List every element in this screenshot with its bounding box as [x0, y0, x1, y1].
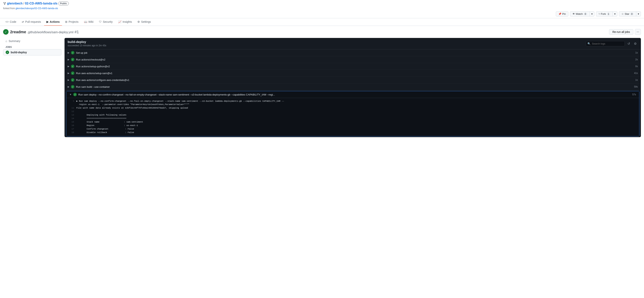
- step-name: Run aws-actions/setup-sam@v1: [76, 72, 632, 75]
- fork-source-link[interactable]: glennbechdevops/02-CD-AWS-lamda-sls: [16, 7, 58, 10]
- sidebar-summary-link[interactable]: ⌂ Summary: [3, 38, 62, 44]
- log-line-number: 13: [69, 114, 74, 116]
- check-icon: ✓: [5, 30, 7, 34]
- tab-settings[interactable]: ⚙ Settings: [135, 18, 153, 26]
- build-name: build-deploy: [68, 40, 106, 44]
- log-line-content: Region : us-east-1: [76, 124, 636, 127]
- fork-count: 1: [607, 13, 610, 15]
- build-meta: succeeded 13 minutes ago in 2m 43s: [68, 44, 106, 47]
- page-header: ✓ 2readme .github/workflows/sam-deploy.y…: [3, 29, 641, 35]
- step-time: 1s: [635, 51, 638, 54]
- tab-actions[interactable]: ▶ Actions: [44, 18, 62, 26]
- step-setup-sam[interactable]: ▶ ✓ Run aws-actions/setup-sam@v1 41s: [64, 70, 641, 77]
- log-line-content: Confirm changeset : False: [76, 128, 636, 130]
- log-line: 14 ===============================: [66, 117, 639, 121]
- step-configure-aws[interactable]: ▶ ✓ Run aws-actions/configure-aws-creden…: [64, 77, 641, 84]
- log-line-content: Deploying with following values: [76, 114, 636, 116]
- watch-button[interactable]: 👁 Watch 0: [570, 11, 590, 17]
- job-status-icon: ✓: [6, 51, 9, 54]
- star-button[interactable]: ☆ Star 0: [619, 11, 636, 17]
- owner-link[interactable]: glennbech: [7, 2, 22, 5]
- build-info: build-deploy succeeded 13 minutes ago in…: [68, 40, 106, 47]
- gear-icon: ⚙: [634, 42, 636, 45]
- step-status-icon: ✓: [71, 58, 74, 61]
- sidebar: ⌂ Summary Jobs ✓ build-deploy: [3, 38, 62, 137]
- page-title-area: ✓ 2readme .github/workflows/sam-deploy.y…: [3, 29, 79, 35]
- step-status-icon: ✓: [71, 65, 74, 68]
- fork-dropdown[interactable]: ▾: [612, 11, 618, 17]
- page-title: 2readme .github/workflows/sam-deploy.yml…: [10, 30, 79, 34]
- run-status-icon: ✓: [3, 29, 8, 35]
- refresh-icon: ↺: [628, 42, 630, 45]
- log-line: 16 Region : us-east-1: [66, 124, 639, 128]
- job-check-icon: ✓: [6, 51, 8, 54]
- tab-pull-requests[interactable]: ⇄ Pull requests: [20, 18, 43, 26]
- refresh-button[interactable]: ↺: [626, 41, 631, 46]
- fork-button[interactable]: ⑂ Fork 1: [596, 11, 613, 17]
- log-output: 1 ▶ Run sam deploy --no-confirm-changese…: [66, 98, 639, 136]
- log-line-number: 1: [69, 100, 74, 102]
- check-icon: ✓: [72, 52, 74, 54]
- pin-icon: 📌: [558, 13, 562, 15]
- tab-code[interactable]: <> Code: [3, 18, 19, 26]
- chevron-right-icon: ▶: [68, 51, 69, 54]
- tab-wiki[interactable]: 📖 Wiki: [82, 18, 96, 26]
- tab-security[interactable]: 🛡 Security: [96, 18, 115, 26]
- more-options-button[interactable]: ···: [635, 29, 641, 35]
- log-line: 15 Stack name : sam-sentiment: [66, 121, 639, 124]
- settings-icon: ⚙: [138, 20, 140, 23]
- fork-icon: [3, 2, 6, 5]
- log-line-content: ===============================: [76, 117, 636, 120]
- chevron-right-icon: ▶: [68, 58, 69, 61]
- forked-from: forked from glennbechdevops/02-CD-AWS-la…: [3, 7, 641, 10]
- repo-name-link[interactable]: 02-CD-AWS-lamda-sls: [25, 2, 57, 5]
- step-sam-deploy-header[interactable]: ▼ ✓ Run sam deploy --no-confirm-changese…: [66, 91, 639, 98]
- chevron-right-icon: ▶: [68, 85, 69, 88]
- step-setup-python[interactable]: ▶ ✓ Run actions/setup-python@v2 0s: [64, 63, 641, 70]
- actions-icon: ▶: [46, 20, 48, 23]
- chevron-down-icon: ▼: [69, 93, 72, 96]
- pin-button[interactable]: 📌 Pin: [556, 11, 568, 17]
- step-sam-deploy-expanded: ▼ ✓ Run sam deploy --no-confirm-changese…: [66, 91, 639, 136]
- home-icon: ⌂: [6, 40, 7, 43]
- log-line: 17 Confirm changeset : False: [66, 128, 639, 131]
- workflow-name: 2readme: [10, 30, 26, 34]
- nav-tabs: <> Code ⇄ Pull requests ▶ Actions ⊞ Proj…: [0, 18, 644, 26]
- step-name: Run sam build --use-container: [76, 85, 632, 88]
- workflow-file-text: .github/workflows/sam-deploy.yml: [27, 31, 74, 34]
- search-logs-input[interactable]: [586, 41, 625, 46]
- build-panel-tools: 🔍 ↺ ⚙: [586, 41, 638, 46]
- step-status-icon: ✓: [73, 93, 77, 96]
- log-line-number: 17: [69, 128, 74, 130]
- watch-dropdown[interactable]: ▾: [590, 11, 594, 17]
- check-icon: ✓: [72, 59, 74, 61]
- log-line: 18 Disable rollback : False: [66, 131, 639, 135]
- insights-icon: 📈: [118, 20, 122, 23]
- tab-insights[interactable]: 📈 Insights: [116, 18, 134, 26]
- steps-list: ▶ ✓ Set up job 1s ▶ ✓ Run actions/checko…: [64, 49, 641, 136]
- settings-button[interactable]: ⚙: [633, 41, 638, 46]
- fork-btn-icon: ⑂: [598, 13, 600, 15]
- step-set-up-job[interactable]: ▶ ✓ Set up job 1s: [64, 49, 641, 56]
- code-icon: <>: [6, 20, 8, 23]
- repo-path: glennbech / 02-CD-AWS-lamda-sls Public: [3, 2, 69, 6]
- shield-icon: 🛡: [99, 20, 102, 23]
- log-line: 11 File with same data already exists at…: [66, 107, 639, 110]
- star-dropdown[interactable]: ▾: [636, 11, 641, 17]
- log-line-content: ▶ Run sam deploy --no-confirm-changeset …: [76, 100, 636, 102]
- visibility-badge: Public: [58, 2, 69, 6]
- step-status-icon: ✓: [71, 51, 74, 55]
- step-checkout[interactable]: ▶ ✓ Run actions/checkout@v2 2s: [64, 56, 641, 63]
- star-icon: ☆: [622, 13, 624, 15]
- top-bar: glennbech / 02-CD-AWS-lamda-sls Public f…: [0, 0, 644, 18]
- tab-projects[interactable]: ⊞ Projects: [63, 18, 81, 26]
- step-name: Run actions/setup-python@v2: [76, 65, 634, 68]
- build-panel: build-deploy succeeded 13 minutes ago in…: [64, 38, 641, 137]
- sidebar-job-build-deploy[interactable]: ✓ build-deploy: [3, 49, 62, 56]
- header-actions: Re-run all jobs ···: [609, 29, 641, 35]
- log-line-number: 12: [69, 110, 74, 113]
- repo-separator: /: [23, 2, 24, 5]
- step-sam-build[interactable]: ▶ ✓ Run sam build --use-container 59s: [64, 84, 641, 90]
- rerun-all-jobs-button[interactable]: Re-run all jobs: [609, 29, 633, 35]
- step-time: 1s: [635, 79, 638, 81]
